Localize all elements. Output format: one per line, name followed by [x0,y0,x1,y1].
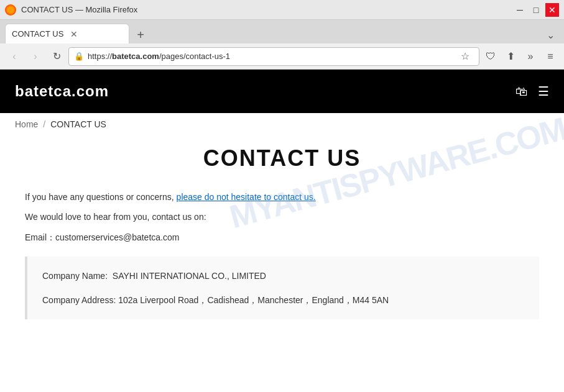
url-domain: batetca.com [112,52,159,61]
refresh-button[interactable]: ↻ [47,47,66,66]
breadcrumb-separator: / [43,119,45,129]
new-tab-button[interactable]: + [132,26,149,43]
bookmark-button[interactable]: ☆ [456,48,474,65]
url-protocol: https:// [88,52,112,61]
company-address-line: Company Address: 102a Liverpool Road，Cad… [42,293,524,307]
company-name-line: Company Name: SAYHI INTERNATIONAL CO., L… [42,269,524,283]
titlebar: CONTACT US — Mozilla Firefox ─ □ ✕ [0,0,564,20]
address-bar[interactable]: 🔒 https://batetca.com/pages/contact-us-1… [68,47,479,66]
site-header-icons: 🛍 ☰ [515,84,549,99]
company-name-value: SAYHI INTERNATIONAL CO., LIMITED [113,271,266,281]
tab-label: CONTACT US [12,29,63,39]
contact-link[interactable]: please do not hesitate to contact us. [177,192,316,202]
company-name-label: Company Name: [42,271,108,281]
navbar: ‹ › ↻ 🔒 https://batetca.com/pages/contac… [0,43,564,70]
info-box: Company Name: SAYHI INTERNATIONAL CO., L… [25,257,539,319]
close-button[interactable]: ✕ [545,3,559,17]
extensions-button[interactable]: » [522,48,539,65]
cart-button[interactable]: 🛍 [515,84,528,99]
breadcrumb-home[interactable]: Home [15,119,38,129]
page-title: CONTACT US [25,145,539,171]
tabbar: CONTACT US ✕ + ⌄ [0,20,564,43]
intro-text-2: We would love to hear from you, contact … [25,210,539,224]
titlebar-title: CONTACT US — Mozilla Firefox [21,5,137,14]
site-logo[interactable]: batetca.com [15,83,109,100]
main-content: MYANTISPYWARE.COM CONTACT US If you have… [0,135,564,334]
email-label: Email： [25,232,55,242]
site-header: batetca.com 🛍 ☰ [0,70,564,113]
company-address-label: Company Address: [42,295,116,305]
maximize-button[interactable]: □ [529,3,543,17]
breadcrumb: Home / CONTACT US [0,113,564,135]
titlebar-controls: ─ □ ✕ [513,3,559,17]
back-button[interactable]: ‹ [5,47,24,66]
minimize-button[interactable]: ─ [513,3,527,17]
url-path: /pages/contact-us-1 [159,52,230,61]
titlebar-left: CONTACT US — Mozilla Firefox [5,4,137,16]
company-address-value: 102a Liverpool Road，Cadishead，Manchester… [118,295,389,305]
email-value: customerservices@batetca.com [55,232,179,242]
menu-button[interactable]: ≡ [542,48,559,65]
forward-button[interactable]: › [26,47,45,66]
nav-menu-button[interactable]: ☰ [538,84,549,99]
firefox-icon [5,4,16,16]
lock-icon: 🔒 [74,52,84,61]
address-icons: 🔒 [74,52,84,61]
tab-close-button[interactable]: ✕ [68,29,80,40]
share-button[interactable]: ⬆ [502,48,519,65]
address-text: https://batetca.com/pages/contact-us-1 [88,52,453,61]
tab-overflow-button[interactable]: ⌄ [542,26,559,43]
email-text: Email：customerservices@batetca.com [25,230,539,244]
intro-text-1: If you have any questions or concerns, p… [25,190,539,204]
shield-button[interactable]: 🛡 [482,48,499,65]
active-tab[interactable]: CONTACT US ✕ [5,24,129,43]
breadcrumb-current: CONTACT US [50,119,106,129]
